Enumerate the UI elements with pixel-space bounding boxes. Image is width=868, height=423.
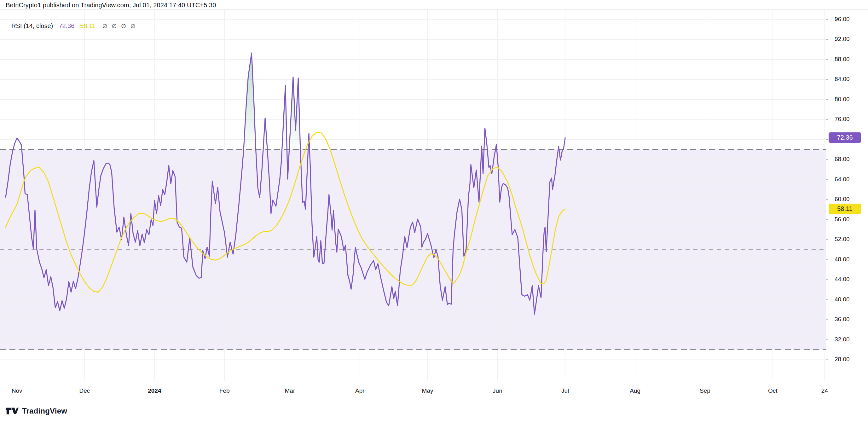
y-axis-label: 76.00: [835, 116, 850, 123]
tradingview-logo-text: TradingView: [22, 406, 67, 416]
x-axis-label: Apr: [346, 387, 374, 394]
y-axis-label: 44.00: [835, 276, 850, 283]
last-value-badge-rsi: 72.36: [829, 132, 861, 143]
tradingview-rsi-snapshot: BeInCrypto1 published on TradingView.com…: [0, 0, 868, 423]
x-axis-label: Feb: [210, 387, 239, 394]
y-axis-label: 28.00: [835, 356, 850, 363]
y-axis-label: 96.00: [835, 16, 850, 23]
y-axis-label: 88.00: [835, 56, 850, 63]
indicator-name: RSI (14, close): [11, 22, 53, 30]
y-axis-label: 56.00: [835, 216, 850, 223]
x-axis-label: Nov: [3, 387, 31, 394]
y-axis-label: 60.00: [835, 196, 850, 203]
y-axis-label: 40.00: [835, 296, 850, 303]
hidden-value-icon: ∅: [112, 23, 117, 29]
x-axis-label: Dec: [70, 387, 99, 394]
x-axis-label: Jul: [551, 387, 579, 394]
x-axis-label: Mar: [276, 387, 304, 394]
y-axis-label: 68.00: [835, 156, 850, 163]
ma-last-value: 58.11: [80, 22, 95, 30]
x-axis-label: Oct: [758, 387, 787, 394]
y-axis-label: 32.00: [835, 336, 850, 343]
indicator-legend: RSI (14, close) 72.36 58.11 ∅∅∅∅: [11, 22, 135, 30]
x-axis-label: May: [413, 387, 442, 394]
y-axis-label: 92.00: [835, 36, 850, 42]
chart-pane[interactable]: RSI (14, close) 72.36 58.11 ∅∅∅∅ 96.0092…: [0, 0, 868, 402]
tradingview-logo-icon: [6, 407, 19, 415]
x-axis-label: Aug: [621, 387, 649, 394]
hidden-values: ∅∅∅∅: [102, 23, 135, 29]
rsi-last-value: 72.36: [59, 22, 74, 30]
last-value-badge-ma: 58.11: [829, 204, 861, 214]
y-axis-label: 84.00: [835, 75, 850, 83]
y-axis-label: 48.00: [835, 256, 850, 263]
hidden-value-icon: ∅: [130, 23, 135, 29]
x-axis-label: Sep: [691, 387, 719, 394]
x-axis-label: 24: [810, 387, 839, 394]
y-axis-label: 52.00: [835, 236, 850, 243]
time-axis[interactable]: NovDec2024FebMarAprMayJunJulAugSepOct24: [0, 381, 868, 402]
hidden-value-icon: ∅: [121, 23, 126, 29]
y-axis-label: 36.00: [835, 316, 850, 323]
tradingview-logo[interactable]: TradingView: [6, 406, 67, 416]
footer-bar: TradingView: [0, 402, 868, 423]
x-axis-label: 2024: [140, 387, 168, 394]
y-axis-label: 80.00: [835, 96, 850, 103]
y-axis-label: 64.00: [835, 176, 850, 183]
price-axis[interactable]: 96.0092.0088.0084.0080.0076.0068.0064.00…: [826, 9, 868, 381]
rsi-chart[interactable]: [0, 0, 868, 402]
x-axis-label: Jun: [483, 387, 512, 394]
hidden-value-icon: ∅: [102, 23, 107, 29]
